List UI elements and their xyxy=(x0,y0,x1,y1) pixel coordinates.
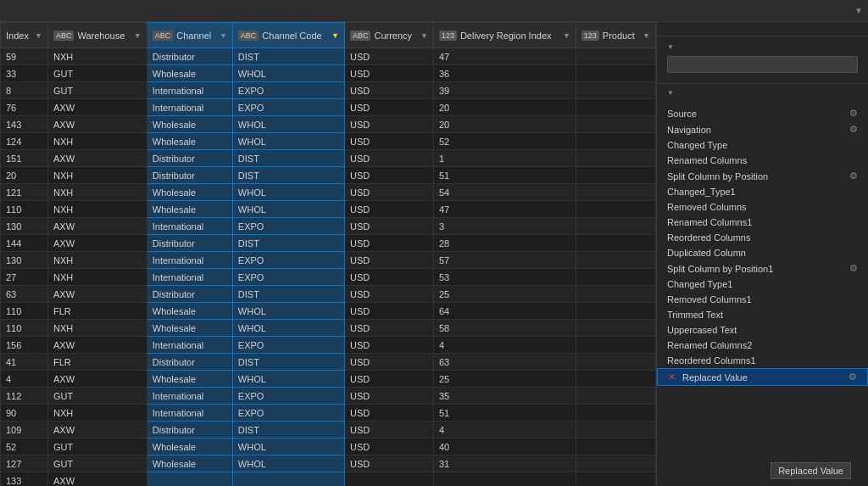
table-cell: Distributor xyxy=(147,354,232,371)
step-label-reordered_columns: Reordered Columns xyxy=(667,232,750,243)
column-label-channel_code: Channel Code xyxy=(262,31,321,41)
table-cell xyxy=(576,371,655,388)
step-item-left-uppercased_text: Uppercased Text xyxy=(667,325,737,335)
step-item-trimmed_text[interactable]: Trimmed Text xyxy=(657,307,868,322)
table-cell xyxy=(576,252,655,269)
step-gear-icon-navigation[interactable]: ⚙ xyxy=(849,124,858,135)
column-header-index[interactable]: Index▼ xyxy=(1,23,48,48)
table-row: 127GUTWholesaleWHOLUSD31 xyxy=(1,455,656,472)
table-cell: 33 xyxy=(1,65,48,82)
column-header-delivery_region[interactable]: 123Delivery Region Index▼ xyxy=(433,23,576,48)
step-label-reordered_columns1: Reordered Columns1 xyxy=(667,355,756,366)
column-filter-btn-warehouse[interactable]: ▼ xyxy=(134,31,142,40)
table-cell: Wholesale xyxy=(147,320,232,337)
step-item-replaced_value[interactable]: ✕Replaced Value⚙ xyxy=(657,368,868,386)
table-cell xyxy=(576,116,655,133)
table-cell: NXH xyxy=(47,269,147,286)
step-item-changed_type2[interactable]: Changed Type1 xyxy=(657,277,868,292)
table-cell: Wholesale xyxy=(147,455,232,472)
table-row: 4AXWWholesaleWHOLUSD25 xyxy=(1,371,656,388)
table-row: 144AXWDistributorDISTUSD28 xyxy=(1,235,656,252)
step-gear-icon-split_column1[interactable]: ⚙ xyxy=(849,263,858,274)
column-filter-btn-channel[interactable]: ▼ xyxy=(220,31,227,40)
table-row: 33GUTWholesaleWHOLUSD36 xyxy=(1,65,656,82)
step-item-reordered_columns[interactable]: Reordered Columns xyxy=(657,230,868,245)
step-item-reordered_columns1[interactable]: Reordered Columns1 xyxy=(657,353,868,368)
column-header-channel[interactable]: ABCChannel▼ xyxy=(147,23,232,48)
table-cell: 31 xyxy=(433,455,576,472)
step-item-uppercased_text[interactable]: Uppercased Text xyxy=(657,322,868,338)
step-item-left-trimmed_text: Trimmed Text xyxy=(667,310,723,320)
table-cell: 127 xyxy=(1,455,48,472)
step-item-changed_type1[interactable]: Changed_Type1 xyxy=(657,184,868,199)
table-cell: EXPO xyxy=(232,99,344,116)
step-item-navigation[interactable]: Navigation⚙ xyxy=(657,121,868,137)
table-cell: EXPO xyxy=(232,405,344,422)
table-body: 59NXHDistributorDISTUSD4733GUTWholesaleW… xyxy=(1,48,656,487)
table-cell: WHOL xyxy=(232,320,344,337)
table-cell: USD xyxy=(344,201,433,218)
column-header-product[interactable]: 123Product▼ xyxy=(576,23,655,48)
step-item-changed_type[interactable]: Changed Type xyxy=(657,137,868,153)
step-item-renamed_columns[interactable]: Renamed Columns xyxy=(657,153,868,168)
table-cell: 47 xyxy=(433,201,576,218)
table-cell: USD xyxy=(344,235,433,252)
table-cell: FLR xyxy=(47,354,147,371)
table-cell: DIST xyxy=(232,167,344,184)
table-cell: Distributor xyxy=(147,235,232,252)
table-cell: DIST xyxy=(232,286,344,303)
table-cell: USD xyxy=(344,116,433,133)
step-item-removed_columns[interactable]: Removed Columns xyxy=(657,199,868,215)
step-gear-icon-replaced_value[interactable]: ⚙ xyxy=(849,371,857,383)
step-gear-icon-source[interactable]: ⚙ xyxy=(849,108,858,119)
column-header-warehouse[interactable]: ABCWarehouse▼ xyxy=(47,23,147,48)
table-cell: 27 xyxy=(1,269,48,286)
table-cell: International xyxy=(147,99,232,116)
column-filter-btn-delivery_region[interactable]: ▼ xyxy=(563,31,570,40)
column-filter-btn-channel_code[interactable]: ▼ xyxy=(331,31,339,40)
step-gear-icon-split_column[interactable]: ⚙ xyxy=(849,170,858,182)
step-label-duplicated_column: Duplicated Column xyxy=(667,248,746,258)
table-scroll-wrapper[interactable]: Index▼ABCWarehouse▼ABCChannel▼ABCChannel… xyxy=(0,22,656,486)
steps-list: Source⚙Navigation⚙Changed TypeRenamed Co… xyxy=(657,100,868,486)
step-label-changed_type1: Changed_Type1 xyxy=(667,187,736,197)
table-cell xyxy=(576,269,655,286)
table-cell: 144 xyxy=(1,235,48,252)
step-item-left-split_column1: Split Column by Position1 xyxy=(667,264,773,274)
table-cell: DIST xyxy=(232,354,344,371)
table-cell xyxy=(576,455,655,472)
table-cell: International xyxy=(147,82,232,99)
step-delete-icon-replaced_value[interactable]: ✕ xyxy=(668,371,676,383)
step-item-split_column1[interactable]: Split Column by Position1⚙ xyxy=(657,260,868,277)
table-cell: 110 xyxy=(1,201,48,218)
step-item-removed_columns1[interactable]: Removed Columns1 xyxy=(657,292,868,307)
table-cell: NXH xyxy=(47,320,147,337)
step-item-split_column[interactable]: Split Column by Position⚙ xyxy=(657,168,868,184)
column-filter-btn-index[interactable]: ▼ xyxy=(35,31,42,40)
step-item-renamed_columns2[interactable]: Renamed Columns2 xyxy=(657,338,868,353)
table-row: 124NXHWholesaleWHOLUSD52 xyxy=(1,133,656,150)
table-cell: 112 xyxy=(1,388,48,405)
table-row: 130AXWInternationalEXPOUSD3 xyxy=(1,218,656,235)
table-cell: NXH xyxy=(47,167,147,184)
query-settings-header xyxy=(657,22,868,36)
step-item-duplicated_column[interactable]: Duplicated Column xyxy=(657,245,868,260)
table-cell: 110 xyxy=(1,320,48,337)
formula-arrow-icon[interactable]: ▼ xyxy=(854,6,863,15)
table-row: 130NXHInternationalEXPOUSD57 xyxy=(1,252,656,269)
column-label-channel: Channel xyxy=(176,31,211,41)
table-cell xyxy=(344,472,433,487)
table-cell: 64 xyxy=(433,303,576,320)
table-row: 112GUTInternationalEXPOUSD35 xyxy=(1,388,656,405)
column-filter-btn-currency[interactable]: ▼ xyxy=(420,31,428,40)
step-item-renamed_columns1[interactable]: Renamed Columns1 xyxy=(657,215,868,230)
step-label-renamed_columns1: Renamed Columns1 xyxy=(667,217,752,227)
step-item-source[interactable]: Source⚙ xyxy=(657,105,868,121)
column-header-channel_code[interactable]: ABCChannel Code▼ xyxy=(232,23,344,48)
column-filter-btn-product[interactable]: ▼ xyxy=(643,31,650,40)
column-header-currency[interactable]: ABCCurrency▼ xyxy=(344,23,433,48)
query-name-input[interactable] xyxy=(667,56,858,73)
table-cell: 39 xyxy=(433,82,576,99)
table-row: 156AXWInternationalEXPOUSD4 xyxy=(1,337,656,354)
col-type-icon-warehouse: ABC xyxy=(53,31,75,41)
